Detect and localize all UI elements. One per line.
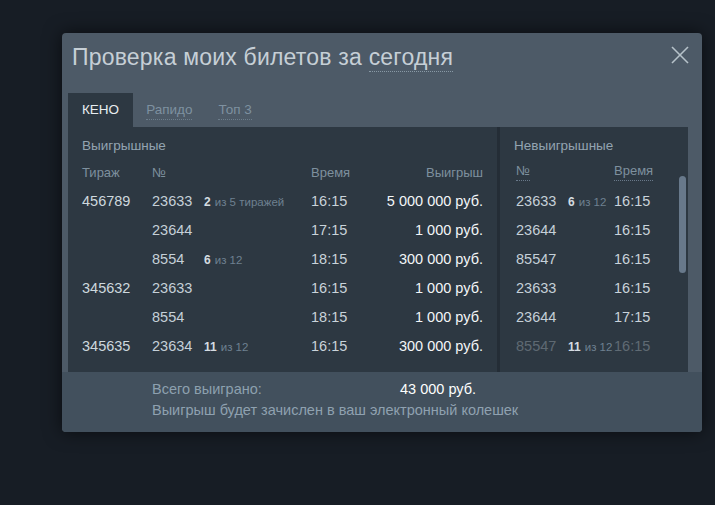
table-row: 23644 17:15 bbox=[500, 302, 688, 331]
table-row: 23633 16:15 bbox=[500, 273, 688, 302]
page-background: { "window": { "title_prefix": "Проверка … bbox=[0, 0, 715, 505]
tab-rapido[interactable]: Рапидо bbox=[133, 93, 205, 127]
dialog-title-text: Проверка моих билетов за bbox=[72, 44, 369, 70]
draw-note-cell: 11 из 12 bbox=[568, 338, 614, 354]
date-filter-link[interactable]: сегодня bbox=[369, 44, 453, 72]
draw-note-cell: 6 из 12 bbox=[568, 193, 614, 209]
ticket-number-cell: 23644 bbox=[516, 222, 568, 238]
ticket-number-cell: 85547 bbox=[516, 251, 568, 267]
time-cell: 16:15 bbox=[311, 338, 373, 354]
tab-bar: КЕНО Рапидо Топ 3 bbox=[68, 93, 265, 127]
ticket-number-cell: 23633 bbox=[516, 280, 568, 296]
prize-cell: 1 000 руб. bbox=[373, 222, 483, 238]
table-row: 23633 6 из 12 16:15 bbox=[500, 186, 688, 215]
draw-cell: 345635 bbox=[82, 338, 152, 354]
tab-top3[interactable]: Топ 3 bbox=[205, 93, 264, 127]
table-row: 8554 6 из 12 18:15 300 000 руб. bbox=[68, 244, 497, 273]
time-cell: 16:15 bbox=[614, 222, 672, 238]
ticket-number-cell: 85547 bbox=[516, 338, 568, 354]
ticket-number-cell: 23634 bbox=[152, 338, 204, 354]
ticket-number-cell: 8554 bbox=[152, 309, 204, 325]
ticket-number-cell: 23633 bbox=[152, 280, 204, 296]
header-number: № bbox=[152, 165, 204, 180]
close-button[interactable] bbox=[664, 39, 696, 71]
prize-cell: 1 000 руб. bbox=[373, 280, 483, 296]
draw-cell: 456789 bbox=[82, 193, 152, 209]
time-cell: 17:15 bbox=[614, 309, 672, 325]
header-prize: Выигрыш bbox=[373, 165, 483, 180]
table-row: 23644 16:15 bbox=[500, 215, 688, 244]
time-cell: 16:15 bbox=[614, 280, 672, 296]
table-row: 23644 17:15 1 000 руб. bbox=[68, 215, 497, 244]
total-won-label: Всего выиграно: bbox=[152, 381, 262, 397]
vertical-scrollbar-thumb[interactable] bbox=[679, 176, 686, 273]
draw-note-cell: 2 из 5 тиражей bbox=[204, 193, 311, 209]
losing-section: Невыигрышные № Время 23633 6 из 12 16:15… bbox=[500, 127, 688, 372]
ticket-number-cell: 23633 bbox=[516, 193, 568, 209]
ticket-number-cell: 23633 bbox=[152, 193, 204, 209]
header-time: Время bbox=[614, 163, 672, 181]
ticket-number-cell: 23644 bbox=[152, 222, 204, 238]
header-time: Время bbox=[311, 165, 373, 180]
time-cell: 16:15 bbox=[614, 251, 672, 267]
table-row: 345635 23634 11 из 12 16:15 300 000 руб. bbox=[68, 331, 497, 360]
prize-cell: 300 000 руб. bbox=[373, 251, 483, 267]
draw-cell: 345632 bbox=[82, 280, 152, 296]
time-cell: 18:15 bbox=[311, 309, 373, 325]
table-row: 456789 23633 2 из 5 тиражей 16:15 5 000 … bbox=[68, 186, 497, 215]
winning-section: Выигрышные Тираж № Время Выигрыш 456789 … bbox=[68, 127, 497, 372]
dialog-footer: Всего выиграно: 43 000 руб. Выигрыш буде… bbox=[62, 372, 702, 432]
prize-cell: 300 000 руб. bbox=[373, 338, 483, 354]
total-won-amount: 43 000 руб. bbox=[400, 381, 476, 397]
check-tickets-dialog: Проверка моих билетов за сегодня КЕНО Ра… bbox=[62, 33, 702, 432]
header-number: № bbox=[516, 163, 568, 181]
close-icon bbox=[669, 44, 691, 66]
table-row: 85547 16:15 bbox=[500, 244, 688, 273]
prize-cell: 1 000 руб. bbox=[373, 309, 483, 325]
wallet-credit-note: Выигрыш будет зачислен в ваш электронный… bbox=[152, 402, 702, 418]
ticket-number-cell: 23644 bbox=[516, 309, 568, 325]
results-panel: Выигрышные Тираж № Время Выигрыш 456789 … bbox=[68, 127, 688, 372]
table-row: 345632 23633 16:15 1 000 руб. bbox=[68, 273, 497, 302]
draw-note-cell: 6 из 12 bbox=[204, 251, 311, 267]
winning-table-header: Тираж № Время Выигрыш bbox=[68, 158, 497, 186]
header-draw: Тираж bbox=[82, 165, 152, 180]
time-cell: 16:15 bbox=[614, 193, 672, 209]
table-row: 85547 11 из 12 16:15 bbox=[500, 331, 688, 360]
ticket-number-cell: 8554 bbox=[152, 251, 204, 267]
dialog-title: Проверка моих билетов за сегодня bbox=[72, 44, 652, 71]
losing-table-header: № Время bbox=[500, 158, 688, 186]
time-cell: 16:15 bbox=[311, 280, 373, 296]
winning-section-title: Выигрышные bbox=[68, 127, 497, 154]
losing-section-title: Невыигрышные bbox=[500, 127, 688, 154]
tab-keno[interactable]: КЕНО bbox=[68, 93, 133, 127]
table-row: 8554 18:15 1 000 руб. bbox=[68, 302, 497, 331]
time-cell: 18:15 bbox=[311, 251, 373, 267]
draw-note-cell: 11 из 12 bbox=[204, 338, 311, 354]
time-cell: 16:15 bbox=[614, 338, 672, 354]
time-cell: 17:15 bbox=[311, 222, 373, 238]
prize-cell: 5 000 000 руб. bbox=[373, 193, 483, 209]
time-cell: 16:15 bbox=[311, 193, 373, 209]
